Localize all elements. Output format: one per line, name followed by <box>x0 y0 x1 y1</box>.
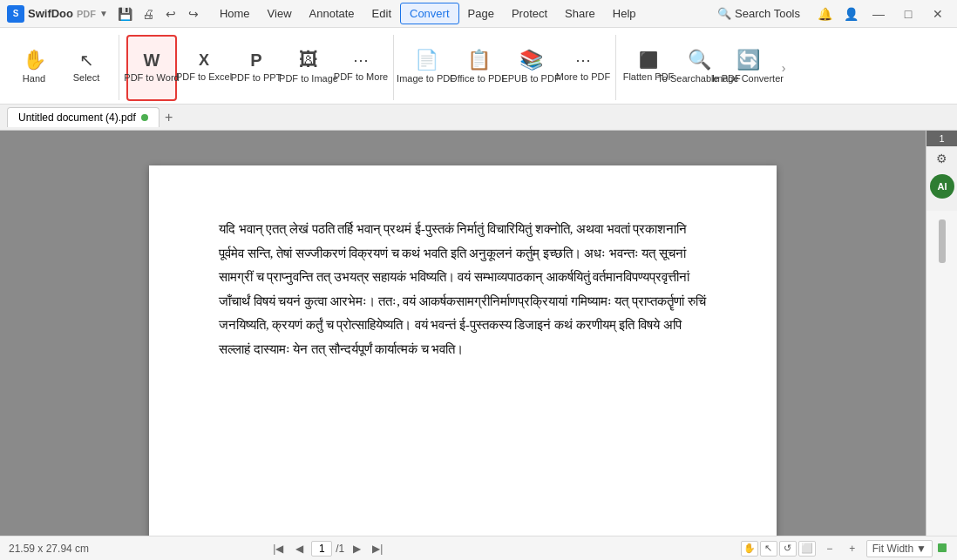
close-button[interactable]: ✕ <box>926 3 950 24</box>
menu-share[interactable]: Share <box>556 3 604 24</box>
flatten-pdf-button[interactable]: ⬛ Flatten PDF <box>623 35 674 101</box>
ribbon-next-button[interactable]: › <box>777 31 791 104</box>
first-page-button[interactable]: |◀ <box>269 540 287 557</box>
dropdown-arrow[interactable]: ▼ <box>99 9 108 18</box>
next-page-button[interactable]: ▶ <box>348 540 365 557</box>
app-name: SwifDoo <box>28 7 73 20</box>
pdf-to-ppt-label: PDF to PPT <box>231 72 282 84</box>
to-searchable-pdf-button[interactable]: 🔍 To Searchable PDF <box>675 35 723 101</box>
office-to-pdf-icon: 📋 <box>467 51 491 70</box>
fit-page-button[interactable]: ⬜ <box>798 541 816 557</box>
divider-2 <box>393 35 394 100</box>
menu-bar: Home View Annotate Edit Convert Page Pro… <box>211 3 709 24</box>
image-to-pdf-icon: 📄 <box>415 51 438 70</box>
page-total: /1 <box>336 543 344 555</box>
titlebar: S SwifDoo PDF ▼ 💾 🖨 ↩ ↪ Home View Annota… <box>0 0 957 28</box>
menu-annotate[interactable]: Annotate <box>301 3 363 24</box>
search-tools-label: Search Tools <box>735 7 800 20</box>
page-number-input[interactable] <box>311 541 332 557</box>
green-status-indicator <box>938 543 948 554</box>
view-controls: ✋ ↖ ↺ ⬜ <box>741 541 816 557</box>
search-tools-button[interactable]: 🔍 Search Tools <box>709 4 809 23</box>
ribbon-group-special: ⬛ Flatten PDF 🔍 To Searchable PDF 🔄 Imag… <box>620 31 775 104</box>
hand-tool-button[interactable]: ✋ Hand <box>9 35 59 101</box>
pdf-to-image-label: PDF to Image <box>279 73 338 84</box>
logo-icon: S <box>7 5 24 23</box>
ribbon-group-tools: ✋ Hand ↖ Select <box>5 31 115 104</box>
pdf-to-more-button[interactable]: ⋯ PDF to More <box>336 35 386 101</box>
image-converter-button[interactable]: 🔄 Image Converter <box>724 35 771 101</box>
document-text: यदि भवान् एतत् लेखं पठति तर्हि भवान् प्र… <box>219 218 707 361</box>
ribbon-group-pdf-to: W PDF to Word X PDF to Excel P PDF to PP… <box>123 31 390 104</box>
zoom-in-button[interactable]: + <box>844 540 861 557</box>
menu-protect[interactable]: Protect <box>503 3 556 24</box>
document-dimensions: 21.59 x 27.94 cm <box>9 543 89 555</box>
print-button[interactable]: 🖨 <box>138 4 159 24</box>
save-button[interactable]: 💾 <box>115 4 136 24</box>
status-dot <box>938 543 947 552</box>
office-to-pdf-button[interactable]: 📋 Office to PDF <box>453 35 504 101</box>
statusbar: 21.59 x 27.94 cm |◀ ◀ /1 ▶ ▶| ✋ ↖ ↺ ⬜ − … <box>0 536 957 560</box>
pdf-to-image-button[interactable]: 🖼 PDF to Image <box>283 35 334 101</box>
menu-convert[interactable]: Convert <box>400 3 459 24</box>
last-page-button[interactable]: ▶| <box>369 540 386 557</box>
app-logo: S SwifDoo PDF ▼ <box>7 5 108 23</box>
menu-home[interactable]: Home <box>211 3 259 24</box>
user-button[interactable]: 👤 <box>840 4 861 24</box>
zoom-label: Fit Width <box>872 543 913 555</box>
maximize-button[interactable]: □ <box>896 3 920 24</box>
notification-button[interactable]: 🔔 <box>814 4 835 24</box>
epub-to-pdf-button[interactable]: 📚 EPUB to PDF <box>506 35 556 101</box>
searchable-icon: 🔍 <box>688 51 711 70</box>
document-page: यदि भवान् एतत् लेखं पठति तर्हि भवान् प्र… <box>149 165 777 536</box>
add-tab-button[interactable]: + <box>160 108 179 127</box>
scrollbar-thumb[interactable] <box>939 219 946 263</box>
hand-label: Hand <box>23 73 45 84</box>
document-tab-bar: Untitled document (4).pdf + <box>0 105 957 131</box>
menu-help[interactable]: Help <box>604 3 645 24</box>
pdf-to-excel-button[interactable]: X PDF to Excel <box>179 35 229 101</box>
pdf-to-word-button[interactable]: W PDF to Word <box>126 35 177 101</box>
more-to-pdf-label: More to PDF <box>556 71 610 83</box>
zoom-out-button[interactable]: − <box>821 540 838 557</box>
divider-1 <box>119 35 119 100</box>
redo-button[interactable]: ↪ <box>183 4 204 24</box>
minimize-button[interactable]: — <box>866 3 891 24</box>
rotate-button[interactable]: ↺ <box>779 541 797 557</box>
pdf-to-ppt-button[interactable]: P PDF to PPT <box>231 35 282 101</box>
zoom-level-display[interactable]: Fit Width ▼ <box>866 540 933 557</box>
menu-edit[interactable]: Edit <box>363 3 400 24</box>
image-converter-label: Image Converter <box>712 73 784 84</box>
excel-icon: X <box>199 52 209 68</box>
document-view: यदि भवान् एतत् लेखं पठति तर्हि भवान् प्र… <box>0 131 926 536</box>
more-icon: ⋯ <box>353 52 369 68</box>
office-to-pdf-label: Office to PDF <box>450 73 507 84</box>
ribbon-group-to-pdf: 📄 Image to PDF 📋 Office to PDF 📚 EPUB to… <box>397 31 612 104</box>
ai-assistant-button[interactable]: AI <box>930 174 954 199</box>
image-to-pdf-button[interactable]: 📄 Image to PDF <box>401 35 451 101</box>
more-to-pdf-button[interactable]: ⋯ More to PDF <box>558 35 608 101</box>
select-tool-button[interactable]: ↖ Select <box>61 35 112 101</box>
flatten-icon: ⬛ <box>639 52 658 68</box>
prev-page-button[interactable]: ◀ <box>290 540 308 557</box>
select-label: Select <box>73 72 100 84</box>
document-tab[interactable]: Untitled document (4).pdf <box>7 107 160 127</box>
pdf-to-more-label: PDF to More <box>334 71 388 83</box>
pan-view-button[interactable]: ✋ <box>741 541 758 557</box>
statusbar-right: ✋ ↖ ↺ ⬜ − + Fit Width ▼ <box>741 540 948 557</box>
image-converter-icon: 🔄 <box>736 51 760 70</box>
pdf-to-excel-label: PDF to Excel <box>176 71 232 83</box>
menu-page[interactable]: Page <box>459 3 503 24</box>
zoom-dropdown-icon: ▼ <box>916 543 926 555</box>
undo-button[interactable]: ↩ <box>160 4 181 24</box>
word-icon: W <box>144 51 160 69</box>
search-tools-icon: 🔍 <box>717 7 731 20</box>
menu-view[interactable]: View <box>259 3 301 24</box>
select-icon: ↖ <box>79 51 94 69</box>
select-view-button[interactable]: ↖ <box>760 541 777 557</box>
adjust-view-button[interactable]: ⚙ <box>926 146 957 171</box>
statusbar-left: 21.59 x 27.94 cm <box>9 543 89 555</box>
image-icon: 🖼 <box>299 51 318 70</box>
quick-access-toolbar: 💾 🖨 ↩ ↪ <box>115 4 204 24</box>
ppt-icon: P <box>250 51 261 69</box>
